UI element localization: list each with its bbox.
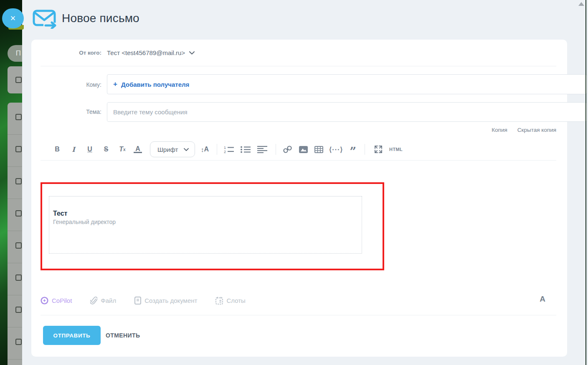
email-list-row[interactable] <box>8 66 22 93</box>
email-checkbox[interactable] <box>15 339 22 345</box>
divider <box>41 66 556 66</box>
send-button[interactable]: ОТПРАВИТЬ <box>43 326 101 345</box>
link-icon <box>283 145 292 154</box>
to-label: Кому: <box>41 81 101 88</box>
attach-file-button[interactable]: Файл <box>90 297 116 305</box>
insert-link-button[interactable] <box>283 145 292 154</box>
page-edge-line <box>585 0 586 365</box>
add-recipient-button[interactable]: + Добавить получателя <box>113 81 189 88</box>
bullet-list-button[interactable] <box>241 146 251 153</box>
divider <box>41 160 556 161</box>
insert-image-button[interactable] <box>299 146 308 153</box>
clear-format-t: T <box>119 146 123 153</box>
underline-button[interactable]: U <box>86 146 94 153</box>
insert-quote-button[interactable]: ” <box>350 145 357 154</box>
scrollbar-up-arrow[interactable] <box>578 2 584 6</box>
paperclip-icon <box>90 297 97 305</box>
toolbar-separator <box>276 144 276 155</box>
fullscreen-icon <box>374 145 383 154</box>
email-list-row[interactable] <box>8 327 22 360</box>
background-write-button[interactable]: П <box>8 45 22 62</box>
italic-button[interactable]: I <box>69 146 78 154</box>
copilot-label: CoPilot <box>52 297 72 304</box>
copy-links: Копия Скрытая копия <box>492 127 556 133</box>
signature-job-title: Генеральный директор <box>53 219 362 225</box>
strikethrough-button[interactable]: S <box>102 146 110 153</box>
email-checkbox[interactable] <box>15 178 22 184</box>
font-family-select[interactable]: Шрифт <box>150 141 195 157</box>
document-icon <box>134 297 141 305</box>
bcc-link[interactable]: Скрытая копия <box>517 127 556 133</box>
email-list-row[interactable] <box>8 167 22 199</box>
plus-icon: + <box>113 80 117 88</box>
recipients-field[interactable]: + Добавить получателя <box>107 74 588 94</box>
signature-name: Тест <box>53 210 362 217</box>
fullscreen-button[interactable] <box>374 145 383 154</box>
toolbar-separator <box>217 144 217 155</box>
slots-label: Слоты <box>226 297 245 304</box>
svg-text:2: 2 <box>224 150 226 153</box>
subject-input[interactable] <box>107 103 587 121</box>
divider <box>41 315 556 315</box>
calendar-icon <box>215 297 223 305</box>
from-selector[interactable]: Тест <test456789@mail.ru> <box>107 49 195 56</box>
email-checkbox[interactable] <box>15 274 22 281</box>
chevron-down-icon <box>189 51 195 55</box>
html-mode-button[interactable]: HTML <box>389 147 403 152</box>
subject-field-box <box>107 102 588 122</box>
font-color-button[interactable]: A <box>134 146 142 153</box>
from-value: Тест <test456789@mail.ru> <box>107 49 185 56</box>
font-family-value: Шрифт <box>157 146 178 153</box>
copilot-icon <box>41 297 48 305</box>
background-write-label: П <box>16 49 21 58</box>
clear-format-button[interactable]: Tx <box>118 146 127 153</box>
email-list-row[interactable] <box>8 199 22 231</box>
updown-arrow-icon: ↕ <box>201 146 204 153</box>
align-button[interactable] <box>257 146 267 153</box>
close-icon: × <box>10 13 16 23</box>
numbered-list-icon: 12 <box>224 146 234 153</box>
attach-file-label: Файл <box>101 297 116 304</box>
translate-button[interactable]: A <box>540 295 545 304</box>
subject-label: Тема: <box>41 108 101 115</box>
font-size-button[interactable]: ↕A <box>201 146 208 153</box>
copilot-button[interactable]: CoPilot <box>41 297 72 305</box>
email-checkbox[interactable] <box>15 307 22 313</box>
table-icon <box>314 146 323 153</box>
svg-text:1: 1 <box>224 146 226 150</box>
image-icon <box>299 146 308 153</box>
email-checkbox[interactable] <box>15 242 22 249</box>
cc-link[interactable]: Копия <box>492 127 507 133</box>
format-toolbar: B I U S Tx A Шрифт ↕A 12 <box>41 141 403 157</box>
toolbar-separator <box>365 144 365 155</box>
page-title: Новое письмо <box>62 12 139 25</box>
create-document-button[interactable]: Создать документ <box>134 297 197 305</box>
align-left-icon <box>257 146 267 153</box>
email-checkbox[interactable] <box>15 77 22 83</box>
email-checkbox[interactable] <box>15 210 22 216</box>
add-recipient-label: Добавить получателя <box>121 81 189 88</box>
email-list-row[interactable] <box>8 231 22 263</box>
slots-button[interactable]: Слоты <box>215 297 245 305</box>
chevron-down-icon <box>184 148 189 151</box>
insert-table-button[interactable] <box>314 146 323 153</box>
email-list-row[interactable] <box>8 135 22 167</box>
email-checkbox[interactable] <box>15 114 22 120</box>
email-checkbox[interactable] <box>15 146 22 152</box>
close-button[interactable]: × <box>2 8 24 28</box>
insert-code-button[interactable]: ⟨···⟩ <box>329 146 343 154</box>
bullet-list-icon <box>241 146 251 153</box>
compose-screen: П × Новое письмо От кого: Тест <test4567… <box>0 0 588 365</box>
signature-block[interactable]: Тест Генеральный директор <box>49 196 362 254</box>
email-list-row[interactable] <box>8 103 22 135</box>
from-label: От кого: <box>41 50 101 56</box>
bold-button[interactable]: B <box>53 146 61 153</box>
email-list-row[interactable] <box>8 295 22 327</box>
cancel-button[interactable]: ОТМЕНИТЬ <box>106 326 140 345</box>
attach-toolbar: CoPilot Файл Создать документ <box>41 293 246 307</box>
numbered-list-button[interactable]: 12 <box>224 146 234 153</box>
email-list <box>8 103 22 365</box>
compose-card: От кого: Тест <test456789@mail.ru> Кому:… <box>31 40 567 357</box>
email-list-row[interactable] <box>8 263 22 295</box>
create-document-label: Создать документ <box>144 297 197 304</box>
